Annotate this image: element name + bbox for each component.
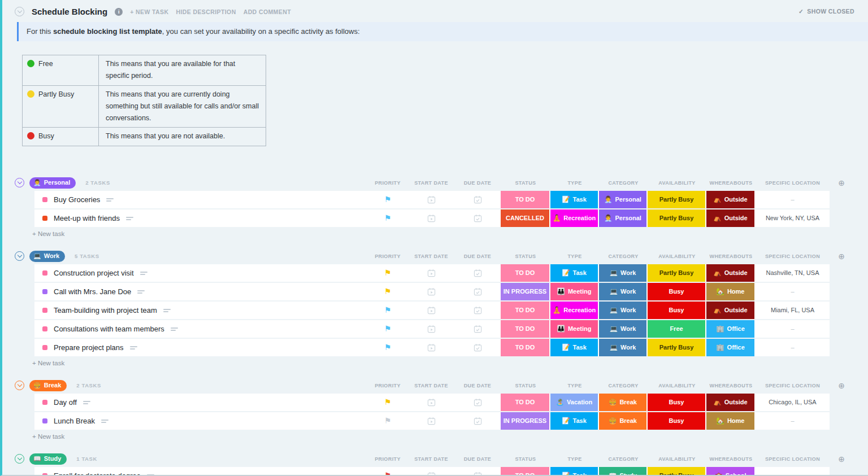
type-badge[interactable]: 👪 Meeting [550, 283, 599, 300]
column-header-priority[interactable]: PRIORITY [367, 456, 408, 462]
whereabouts-badge[interactable]: ⛺ Outside [706, 394, 756, 411]
priority-cell[interactable]: ⚑ [367, 191, 408, 208]
column-header-start-date[interactable]: START DATE [408, 456, 454, 462]
column-header-whereabouts[interactable]: WHEREABOUTS [706, 383, 756, 388]
priority-cell[interactable]: ⚑ [367, 320, 408, 338]
specific-location-cell[interactable]: – [756, 320, 830, 338]
task-name[interactable]: Buy Groceries [54, 195, 100, 204]
status-badge[interactable]: CANCELLED [501, 209, 550, 227]
priority-cell[interactable]: ⚑ [367, 412, 408, 430]
due-date-cell[interactable] [454, 264, 501, 282]
column-header-type[interactable]: TYPE [550, 180, 599, 186]
due-date-cell[interactable] [454, 302, 501, 319]
column-header-due-date[interactable]: DUE DATE [454, 254, 501, 259]
status-badge[interactable]: IN PROGRESS [501, 412, 550, 430]
task-row-prepare-project-plans[interactable]: Prepare project plans ⚑ TO DO 📝 Task 💻 W… [34, 339, 830, 356]
type-badge[interactable]: 📝 Task [550, 412, 599, 430]
task-name[interactable]: Construction project visit [54, 269, 134, 277]
add-column-button[interactable]: ⊕ [830, 381, 853, 390]
task-status-bullet[interactable] [42, 289, 47, 294]
task-name[interactable]: Prepare project plans [54, 343, 124, 352]
task-name[interactable]: Consultations with team members [54, 325, 164, 333]
task-name[interactable]: Team-building with project team [54, 306, 157, 315]
column-header-due-date[interactable]: DUE DATE [454, 180, 501, 186]
type-badge[interactable]: 📝 Task [550, 264, 599, 282]
due-date-cell[interactable] [454, 412, 501, 430]
status-badge[interactable]: TO DO [501, 339, 550, 356]
task-name[interactable]: Meet-up with friends [54, 214, 120, 222]
hide-description-action[interactable]: HIDE DESCRIPTION [176, 8, 236, 15]
status-badge[interactable]: TO DO [501, 264, 550, 282]
column-header-due-date[interactable]: DUE DATE [454, 456, 501, 462]
column-header-category[interactable]: CATEGORY [599, 456, 648, 462]
column-header-start-date[interactable]: START DATE [408, 383, 454, 388]
column-header-status[interactable]: STATUS [501, 383, 550, 388]
priority-cell[interactable]: ⚑ [367, 302, 408, 319]
type-badge[interactable]: 📝 Task [550, 467, 599, 476]
due-date-cell[interactable] [454, 209, 501, 227]
status-badge[interactable]: TO DO [501, 302, 550, 319]
whereabouts-badge[interactable]: 🏫 School [706, 467, 756, 476]
task-row-team-building-with-project-team[interactable]: Team-building with project team ⚑ TO DO … [34, 302, 830, 319]
group-badge[interactable]: 📖Study [29, 453, 67, 465]
column-header-status[interactable]: STATUS [501, 254, 550, 259]
info-icon[interactable]: i [115, 8, 123, 16]
type-badge[interactable]: 🧘 Recreation [550, 209, 599, 227]
column-header-priority[interactable]: PRIORITY [367, 383, 408, 388]
specific-location-cell[interactable]: Chicago, IL, USA [756, 394, 830, 411]
column-header-whereabouts[interactable]: WHEREABOUTS [706, 180, 756, 186]
specific-location-cell[interactable]: Nashville, TN, USA [756, 264, 830, 282]
specific-location-cell[interactable]: – [756, 467, 830, 476]
column-header-type[interactable]: TYPE [550, 383, 599, 388]
column-header-category[interactable]: CATEGORY [599, 383, 648, 388]
availability-badge[interactable]: Busy [648, 302, 706, 319]
task-status-bullet[interactable] [42, 270, 47, 276]
whereabouts-badge[interactable]: 🏢 Office [706, 339, 756, 356]
specific-location-cell[interactable]: – [756, 283, 830, 300]
start-date-cell[interactable] [408, 320, 454, 338]
column-header-due-date[interactable]: DUE DATE [454, 383, 501, 388]
start-date-cell[interactable] [408, 264, 454, 282]
availability-badge[interactable]: Partly Busy [648, 191, 706, 208]
add-comment-action[interactable]: ADD COMMENT [244, 8, 291, 15]
task-status-bullet[interactable] [42, 197, 47, 202]
type-badge[interactable]: 🏝️ Vacation [550, 394, 599, 411]
specific-location-cell[interactable]: – [756, 339, 830, 356]
category-badge[interactable]: 💻 Work [599, 320, 648, 338]
whereabouts-badge[interactable]: ⛺ Outside [706, 264, 756, 282]
task-row-day-off[interactable]: Day off ⚑ TO DO 🏝️ Vacation 🍔 Break Busy… [34, 394, 830, 411]
group-badge[interactable]: 👨‍💼Personal [29, 177, 76, 189]
start-date-cell[interactable] [408, 412, 454, 430]
column-header-status[interactable]: STATUS [501, 456, 550, 462]
status-badge[interactable]: IN PROGRESS [501, 283, 550, 300]
column-header-specific-location[interactable]: SPECIFIC LOCATION [756, 383, 830, 388]
group-collapse-toggle[interactable] [15, 251, 24, 261]
task-status-bullet[interactable] [42, 308, 47, 313]
task-status-bullet[interactable] [42, 326, 47, 331]
column-header-specific-location[interactable]: SPECIFIC LOCATION [756, 180, 830, 186]
availability-badge[interactable]: Partly Busy [648, 467, 706, 476]
column-header-status[interactable]: STATUS [501, 180, 550, 186]
start-date-cell[interactable] [408, 191, 454, 208]
category-badge[interactable]: 🍔 Break [599, 412, 648, 430]
availability-badge[interactable]: Busy [648, 394, 706, 411]
category-badge[interactable]: 📖 Study [599, 467, 648, 476]
availability-badge[interactable]: Partly Busy [648, 264, 706, 282]
add-column-button[interactable]: ⊕ [830, 252, 853, 261]
new-task-action[interactable]: + NEW TASK [130, 8, 168, 15]
whereabouts-badge[interactable]: 🏡 Home [706, 283, 756, 300]
column-header-start-date[interactable]: START DATE [408, 254, 454, 259]
column-header-specific-location[interactable]: SPECIFIC LOCATION [756, 456, 830, 462]
priority-cell[interactable]: ⚑ [367, 339, 408, 356]
column-header-availability[interactable]: AVAILABILITY [648, 180, 706, 186]
group-collapse-toggle[interactable] [15, 381, 24, 390]
type-badge[interactable]: 📝 Task [550, 191, 599, 208]
task-row-lunch-break[interactable]: Lunch Break ⚑ IN PROGRESS 📝 Task 🍔 Break… [34, 412, 830, 430]
new-task-button[interactable]: + New task [32, 229, 868, 239]
priority-cell[interactable]: ⚑ [367, 467, 408, 476]
category-badge[interactable]: 💻 Work [599, 302, 648, 319]
specific-location-cell[interactable]: New York, NY, USA [756, 209, 830, 227]
priority-cell[interactable]: ⚑ [367, 264, 408, 282]
task-row-call-with-mrs-jane-doe[interactable]: Call with Mrs. Jane Doe ⚑ IN PROGRESS 👪 … [34, 283, 830, 300]
task-row-meet-up-with-friends[interactable]: Meet-up with friends ⚑ CANCELLED 🧘 Recre… [34, 209, 830, 227]
